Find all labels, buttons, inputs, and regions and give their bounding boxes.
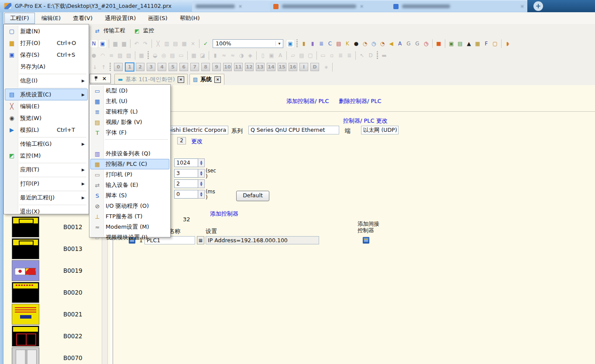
retry-spinner[interactable]: 2 ▲▼: [174, 179, 205, 188]
new-screen-icon[interactable]: N: [90, 40, 98, 48]
toolbar-icon[interactable]: [109, 39, 109, 48]
global-window-icon[interactable]: G: [413, 40, 421, 48]
parts-list2-icon[interactable]: ≣: [345, 52, 353, 59]
dropdown-arrow-icon[interactable]: ▾: [275, 41, 283, 46]
screen-thumbnail[interactable]: [12, 260, 39, 281]
toolbar-button[interactable]: ◩ 监控: [129, 25, 158, 37]
menubar-item[interactable]: 画面(S): [142, 13, 173, 24]
wait-time-spinner[interactable]: 0 ▲▼: [174, 190, 205, 199]
file-menu-item[interactable]: ◉ 预览(W): [5, 112, 88, 124]
menubar-item[interactable]: 通用设置(R): [99, 13, 141, 24]
submenu-item[interactable]: ▦ 主机 (U): [90, 96, 169, 106]
language-icon[interactable]: A: [396, 40, 404, 48]
screen-list-item[interactable]: B0020: [3, 282, 102, 303]
open-screen-icon[interactable]: ▆: [111, 40, 119, 48]
screen-thumbnail[interactable]: [12, 326, 39, 347]
spinner-buttons[interactable]: ▲▼: [198, 169, 205, 178]
submenu-item[interactable]: ▭ 打印机 (P): [90, 169, 169, 180]
screen-thumbnail[interactable]: [12, 238, 39, 259]
key-icon[interactable]: K: [344, 40, 351, 48]
toolbar-icon[interactable]: [445, 39, 445, 48]
timeout-spinner[interactable]: 3 ▲▼: [174, 169, 205, 178]
parts-hand-icon[interactable]: ↖: [358, 52, 366, 59]
parts-textbox-icon[interactable]: A: [276, 52, 284, 59]
toolbar-icon[interactable]: [377, 51, 378, 60]
screen-list-item[interactable]: B0012: [3, 216, 102, 238]
color-palette-icon[interactable]: ■: [435, 40, 443, 48]
movie-icon[interactable]: ▦: [474, 40, 482, 48]
draw-arc-icon[interactable]: ◠: [99, 52, 107, 59]
file-menu-item[interactable]: ▆ 打开(O) Ctrl+O: [5, 37, 88, 49]
memo-icon[interactable]: ▤: [456, 40, 464, 48]
submenu-item[interactable]: ⊘ I/O 驱动程序 (O): [90, 201, 169, 211]
parts-table-icon[interactable]: ▦: [138, 52, 145, 59]
tab-close-icon[interactable]: ×: [520, 3, 524, 9]
screen-thumbnail[interactable]: [12, 304, 39, 325]
screen-number-button[interactable]: 4: [158, 63, 166, 71]
window-list-icon[interactable]: F: [482, 40, 490, 48]
browser-tab[interactable]: ×: [192, 1, 274, 12]
port-number-box[interactable]: 2: [177, 137, 186, 144]
tab-close-icon[interactable]: ×: [178, 76, 184, 83]
parts-date-icon[interactable]: ▭: [177, 52, 185, 59]
screen-block-down-icon[interactable]: ↓: [91, 63, 99, 71]
screen-jump-icon[interactable]: ∗: [322, 63, 330, 71]
screen-number-button[interactable]: 14: [267, 63, 275, 71]
system-settings-tab[interactable]: ▨ 系统 ×: [189, 74, 224, 85]
transfer-send-icon[interactable]: ▮: [300, 40, 308, 48]
browser-tab[interactable]: ×: [270, 1, 396, 12]
add-controller-link[interactable]: 添加控制器: [210, 210, 238, 218]
graph-trend-icon[interactable]: ≈: [220, 52, 228, 59]
screen-list-item[interactable]: B0022: [3, 325, 102, 347]
screen-number-button[interactable]: I: [299, 63, 308, 71]
time-settings-icon[interactable]: ◷: [370, 40, 378, 48]
toolbar-icon[interactable]: [151, 39, 152, 48]
file-menu-item[interactable]: 另存为(A): [5, 61, 88, 72]
spinner-value[interactable]: 2: [174, 179, 198, 188]
screen-number-button[interactable]: 9: [212, 63, 221, 71]
transfer-compare-icon[interactable]: ▮: [309, 40, 316, 48]
port-change-link[interactable]: 更改: [191, 137, 203, 145]
csv-export-icon[interactable]: C: [326, 40, 334, 48]
graph-pie-icon[interactable]: ◑: [237, 52, 245, 59]
packet-size-spinner[interactable]: 1024 ▲▼: [174, 158, 205, 167]
toolbar-icon[interactable]: [296, 39, 298, 48]
toolbar-icon[interactable]: [355, 51, 356, 60]
spinner-value[interactable]: 3: [174, 169, 198, 178]
redo-icon[interactable]: ↷: [141, 40, 149, 48]
parts-switch-icon[interactable]: ◒: [151, 52, 159, 59]
save-project-icon[interactable]: ▣: [99, 40, 107, 48]
screen-thumbnail[interactable]: [12, 282, 39, 303]
screen-block-up-icon[interactable]: ↑: [100, 63, 107, 71]
cut-icon[interactable]: ╳: [154, 40, 162, 48]
submenu-item[interactable]: ▭ 机型 (D): [90, 86, 169, 96]
draw-scale-icon[interactable]: ≡: [107, 52, 115, 59]
screen-number-button[interactable]: 15: [278, 63, 286, 71]
graph-line-icon[interactable]: ≈: [229, 52, 237, 59]
file-menu-item[interactable]: ▶ 模拟(L) Ctrl+T: [5, 124, 88, 136]
file-menu-item[interactable]: 退出(X): [5, 206, 88, 217]
menubar-item[interactable]: 编辑(E): [36, 13, 66, 24]
submenu-item[interactable]: T 字体 (F): [90, 127, 169, 138]
draw-dot-icon[interactable]: ●: [90, 52, 98, 59]
sound-icon[interactable]: ◀: [387, 40, 395, 48]
screen-number-button[interactable]: 5: [169, 63, 177, 71]
screen-number-button[interactable]: 16: [289, 63, 297, 71]
project-list-icon[interactable]: ≣: [317, 40, 325, 48]
toolbar-icon[interactable]: [209, 51, 209, 60]
toolbar-icon[interactable]: [135, 51, 135, 60]
submenu-item[interactable]: [90, 138, 169, 148]
file-menu-item[interactable]: ▤ 系统设置(C) ▶: [5, 89, 88, 100]
screen-list-item[interactable]: B0021: [3, 303, 102, 325]
screen-number-button[interactable]: 13: [256, 63, 265, 71]
screen-number-button[interactable]: 8: [201, 63, 210, 71]
menubar-item[interactable]: 工程(F): [4, 13, 35, 24]
screen-number-button[interactable]: 1: [125, 62, 134, 72]
spinner-value[interactable]: 0: [174, 190, 198, 199]
toolbar-icon[interactable]: [187, 51, 188, 60]
toolbar-icon[interactable]: [256, 51, 257, 60]
screen-thumbnail[interactable]: [12, 347, 39, 364]
delete-icon[interactable]: ×: [189, 40, 197, 48]
menubar-item[interactable]: 帮助(H): [174, 13, 206, 24]
submenu-item[interactable]: ≈ Modem设置 (M): [90, 222, 169, 232]
